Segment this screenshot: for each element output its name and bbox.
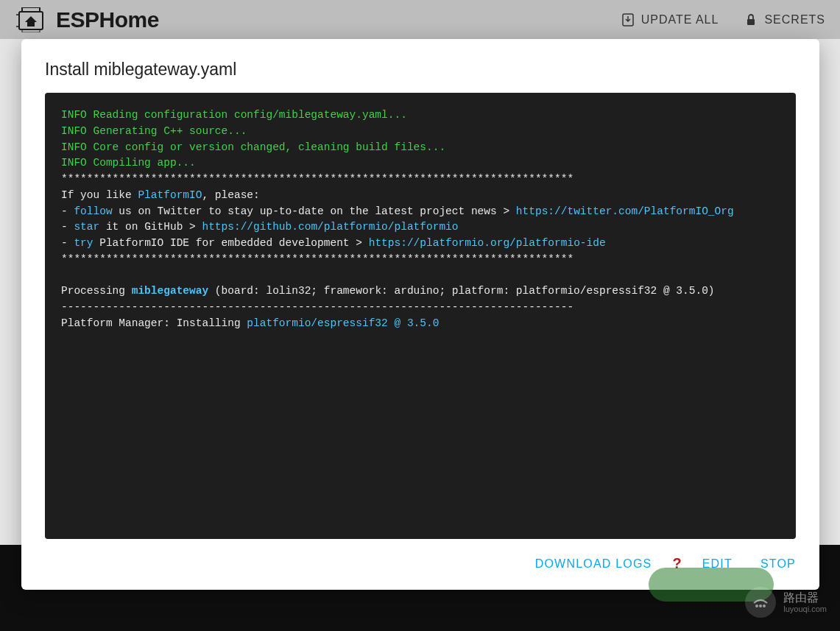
log-line: ****************************************… [61, 173, 573, 185]
ide-url[interactable]: https://platformio.org/platformio-ide [369, 237, 606, 249]
log-line: INFO Core config or version changed, cle… [61, 141, 445, 153]
log-line: ****************************************… [61, 253, 573, 265]
download-update-icon [622, 13, 634, 27]
log-line: - try PlatformIO IDE for embedded develo… [61, 237, 606, 249]
secrets-button[interactable]: SECRETS [745, 13, 825, 27]
platformio-link[interactable]: PlatformIO [138, 189, 202, 201]
github-url[interactable]: https://github.com/platformio/platformio [202, 221, 458, 233]
log-line: Platform Manager: Installing platformio/… [61, 317, 439, 329]
pm-package: platformio/espressif32 @ 3.5.0 [247, 317, 439, 329]
follow-link[interactable]: follow [74, 205, 112, 217]
svg-rect-6 [747, 19, 755, 25]
svg-point-9 [763, 604, 766, 607]
watermark-text: 路由器 [783, 591, 827, 604]
twitter-url[interactable]: https://twitter.com/PlatformIO_Org [516, 205, 734, 217]
svg-point-7 [755, 604, 758, 607]
download-logs-button[interactable]: DOWNLOAD LOGS [535, 557, 652, 571]
try-link[interactable]: try [74, 237, 93, 249]
brand-name: ESPHome [56, 7, 159, 32]
topbar-actions: UPDATE ALL SECRETS [622, 13, 825, 27]
processing-target: miblegateway [132, 285, 208, 297]
log-line: INFO Generating C++ source... [61, 125, 247, 137]
svg-point-8 [759, 604, 762, 607]
log-line: INFO Reading configuration config/mibleg… [61, 109, 407, 121]
svg-rect-1 [22, 7, 40, 12]
watermark-icon [745, 587, 776, 618]
topbar: ESPHome UPDATE ALL SECRETS [0, 0, 840, 39]
lock-icon [745, 13, 757, 27]
brand: ESPHome [15, 7, 159, 32]
log-line: Processing miblegateway (board: lolin32;… [61, 285, 715, 297]
install-dialog: Install miblegateway.yaml INFO Reading c… [21, 39, 819, 590]
stop-button[interactable]: STOP [760, 557, 796, 571]
terminal-output: INFO Reading configuration config/mibleg… [45, 93, 796, 539]
log-line: If you like PlatformIO, please: [61, 189, 260, 201]
update-all-button[interactable]: UPDATE ALL [622, 13, 719, 27]
dialog-title: Install miblegateway.yaml [21, 39, 819, 93]
log-line: INFO Compiling app... [61, 157, 196, 169]
watermark: 路由器 luyouqi.com [745, 587, 827, 618]
log-line: - follow us on Twitter to stay up-to-dat… [61, 205, 734, 217]
secrets-label: SECRETS [764, 13, 825, 27]
log-line: ----------------------------------------… [61, 301, 573, 313]
update-all-label: UPDATE ALL [641, 13, 719, 27]
watermark-subtext: luyouqi.com [783, 604, 827, 613]
esphome-logo-icon [15, 7, 47, 32]
log-line: - star it on GitHub > https://github.com… [61, 221, 459, 233]
star-link[interactable]: star [74, 221, 99, 233]
